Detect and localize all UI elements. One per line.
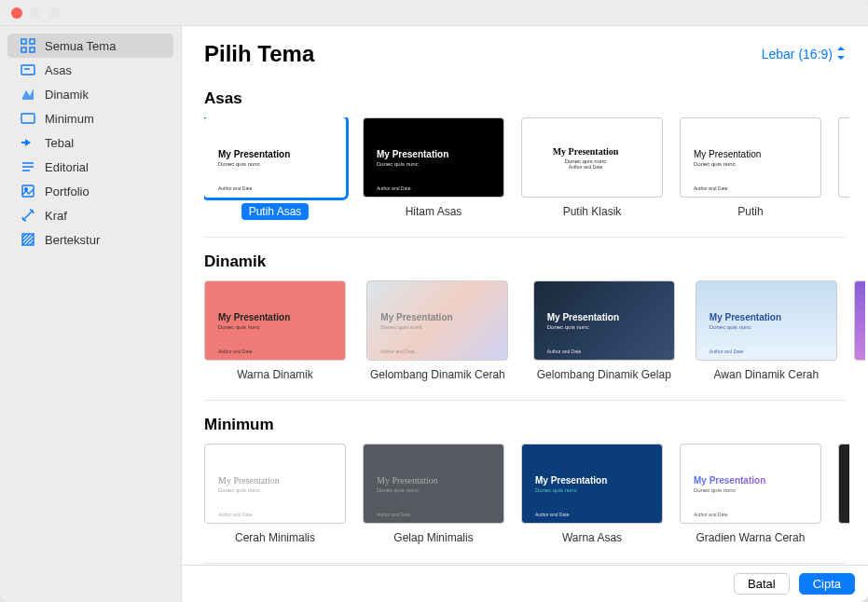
divider xyxy=(204,400,846,401)
theme-grid: AsasMy PresentationDonec quis nuncAuthor… xyxy=(182,75,868,565)
thumb-title: My Presentation xyxy=(218,475,345,486)
thumb-footer: Author and Date xyxy=(377,512,410,517)
create-button[interactable]: Cipta xyxy=(799,573,855,595)
sidebar-item-label: Portfolio xyxy=(45,185,90,198)
theme-item[interactable]: My PresentationDonec quis nuncAuthor and… xyxy=(680,117,821,220)
thumb-footer: Author and Date xyxy=(694,512,727,517)
thumb-title: My Presentation xyxy=(377,149,503,159)
minimize-icon xyxy=(30,7,41,19)
sidebar-item-label: Bertekstur xyxy=(45,233,100,247)
theme-item[interactable]: My PresentationDonec quis nuncAuthor and… xyxy=(363,444,504,546)
sidebar-item-asas[interactable]: Asas xyxy=(7,58,173,82)
section-title: Dinamik xyxy=(204,253,868,271)
theme-thumbnail[interactable]: My PresentationDonec quis nuncAuthor and… xyxy=(680,444,821,524)
sidebar-item-kraf[interactable]: Kraf xyxy=(7,203,173,227)
thumb-subtitle: Donec quis nunc xyxy=(218,324,345,330)
close-icon[interactable] xyxy=(11,7,22,19)
divider xyxy=(204,237,846,238)
theme-thumbnail[interactable]: My PresentationDonec quis nuncAuthor and… xyxy=(366,280,508,361)
theme-label: Awan Dinamik Cerah xyxy=(707,366,827,383)
divider xyxy=(204,563,846,564)
thumb-subtitle: Donec quis nunc xyxy=(694,161,820,167)
thumb-title: My Presentation xyxy=(380,312,507,322)
sidebar: Semua TemaAsasDinamikMinimumTebalEditori… xyxy=(0,26,182,602)
minimum-icon xyxy=(21,111,35,126)
svg-rect-3 xyxy=(30,48,34,52)
svg-rect-2 xyxy=(21,48,26,52)
theme-label: Gradien Warna Cerah xyxy=(689,529,813,546)
sidebar-item-tebal[interactable]: Tebal xyxy=(7,130,173,155)
theme-thumbnail[interactable]: My PresentationDonec quis nuncAuthor and… xyxy=(533,280,675,361)
thumb-title: My Presentation xyxy=(710,312,836,322)
theme-thumbnail[interactable]: My PresentationDonec quis nuncAuthor and… xyxy=(204,280,346,361)
thumb-footer: Author and Date xyxy=(380,349,414,354)
sidebar-item-label: Dinamik xyxy=(45,88,89,102)
theme-row: My PresentationDonec quis nuncAuthor and… xyxy=(204,280,868,383)
svg-rect-4 xyxy=(21,65,34,75)
asas-icon xyxy=(21,62,35,77)
theme-row: My PresentationDonec quis nuncAuthor and… xyxy=(204,444,868,546)
thumb-subtitle: Donec quis nunc xyxy=(377,487,503,493)
theme-label: Putih xyxy=(730,203,770,220)
theme-thumbnail[interactable]: My PresentationDonec quis nuncAuthor and… xyxy=(680,117,821,198)
theme-item-peek[interactable] xyxy=(854,280,865,383)
theme-item[interactable]: My PresentationDonec quis nuncAuthor and… xyxy=(363,117,504,220)
theme-thumbnail-peek[interactable] xyxy=(854,280,865,361)
chevron-updown-icon xyxy=(836,47,846,62)
theme-label: Warna Asas xyxy=(555,529,629,546)
theme-thumbnail[interactable]: My PresentationDonec quis nuncAuthor and… xyxy=(696,280,837,361)
theme-item[interactable]: My PresentationDonec quis nuncAuthor and… xyxy=(530,280,679,383)
sidebar-item-label: Tebal xyxy=(45,136,74,150)
theme-item[interactable]: My PresentationDonec quis nuncAuthor and… xyxy=(204,280,346,383)
thumb-subtitle: Donec quis nunc xyxy=(694,487,820,493)
thumb-subtitle: Donec quis nunc xyxy=(377,161,503,167)
theme-thumbnail[interactable]: My PresentationDonec quis nuncAuthor and… xyxy=(363,117,504,198)
portfolio-icon xyxy=(21,184,35,198)
theme-thumbnail[interactable]: My PresentationDonec quis nuncAuthor and… xyxy=(204,444,346,524)
dinamik-icon xyxy=(21,87,35,102)
sidebar-item-portfolio[interactable]: Portfolio xyxy=(7,179,173,203)
svg-rect-0 xyxy=(21,39,26,44)
theme-chooser-window: Semua TemaAsasDinamikMinimumTebalEditori… xyxy=(0,0,868,602)
thumb-footer: Author and Date xyxy=(218,512,252,517)
theme-label: Hitam Asas xyxy=(398,203,470,220)
grid-icon xyxy=(21,38,35,53)
theme-label: Gelombang Dinamik Gelap xyxy=(530,366,679,383)
footer: Batal Cipta xyxy=(182,565,868,602)
theme-thumbnail[interactable]: My PresentationDonec quis nuncAuthor and… xyxy=(521,117,663,198)
theme-thumbnail-peek[interactable] xyxy=(838,117,849,198)
thumb-subtitle: Donec quis nunc xyxy=(710,324,836,330)
theme-item-peek[interactable] xyxy=(838,444,849,546)
thumb-title: My Presentation xyxy=(694,475,820,486)
theme-thumbnail[interactable]: My PresentationDonec quis nuncAuthor and… xyxy=(521,444,663,524)
svg-rect-6 xyxy=(21,114,34,123)
sidebar-item-label: Asas xyxy=(45,63,72,77)
thumb-subtitle: Donec quis nunc xyxy=(380,324,507,330)
theme-thumbnail[interactable]: My PresentationDonec quis nuncAuthor and… xyxy=(363,444,504,524)
theme-item[interactable]: My PresentationDonec quis nuncAuthor and… xyxy=(363,280,513,383)
thumb-title: My Presentation xyxy=(218,312,345,322)
thumb-title: My Presentation xyxy=(535,475,662,486)
cancel-button[interactable]: Batal xyxy=(734,573,790,595)
aspect-ratio-select[interactable]: Lebar (16:9) xyxy=(762,47,846,62)
theme-item[interactable]: My PresentationDonec quis nuncAuthor and… xyxy=(680,444,821,546)
sidebar-item-editorial[interactable]: Editorial xyxy=(7,155,173,179)
thumb-footer: Author and Date xyxy=(218,185,252,191)
theme-thumbnail-peek[interactable] xyxy=(838,444,849,524)
thumb-subtitle: Donec quis nunc xyxy=(218,487,345,493)
thumb-footer: Author and Date xyxy=(218,349,252,354)
theme-item[interactable]: My PresentationDonec quis nuncAuthor and… xyxy=(204,117,346,220)
sidebar-item-semua-tema[interactable]: Semua Tema xyxy=(7,34,173,58)
svg-rect-1 xyxy=(30,39,34,44)
theme-item[interactable]: My PresentationDonec quis nuncAuthor and… xyxy=(204,444,346,546)
theme-item[interactable]: My PresentationDonec quis nuncAuthor and… xyxy=(696,280,837,383)
sidebar-item-label: Minimum xyxy=(45,112,94,126)
theme-item-peek[interactable] xyxy=(838,117,849,220)
sidebar-item-minimum[interactable]: Minimum xyxy=(7,106,173,130)
sidebar-item-bertekstur[interactable]: Bertekstur xyxy=(7,227,173,252)
thumb-footer: Author and Date xyxy=(694,185,727,191)
theme-item[interactable]: My PresentationDonec quis nuncAuthor and… xyxy=(521,117,663,220)
theme-item[interactable]: My PresentationDonec quis nuncAuthor and… xyxy=(521,444,663,546)
sidebar-item-dinamik[interactable]: Dinamik xyxy=(7,82,173,106)
theme-thumbnail[interactable]: My PresentationDonec quis nuncAuthor and… xyxy=(204,117,346,198)
